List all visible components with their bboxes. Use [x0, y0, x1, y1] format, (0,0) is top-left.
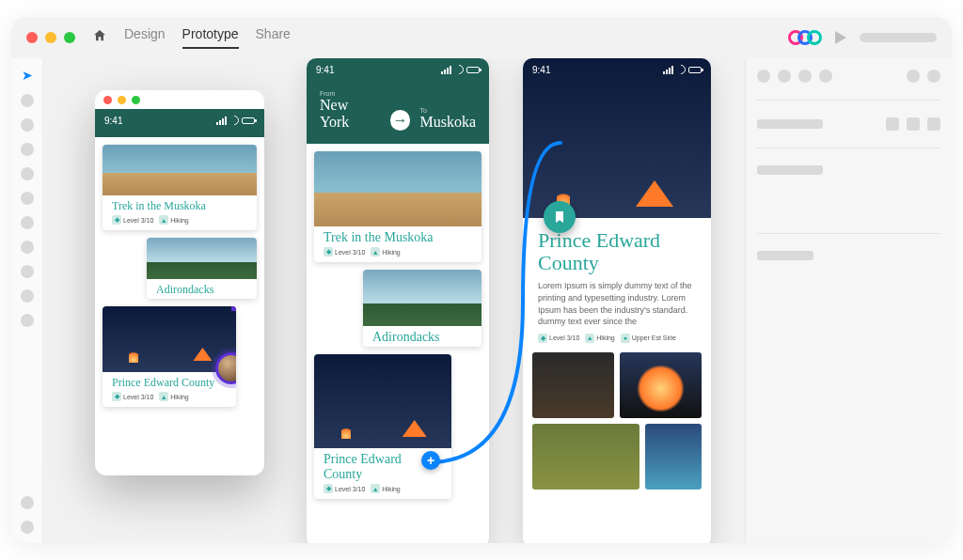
tab-prototype[interactable]: Prototype: [182, 26, 239, 49]
trip-card[interactable]: Prince Edward County ◆Level 3/10 ▲Hiking: [103, 306, 236, 407]
panel-slot[interactable]: [798, 70, 812, 83]
from-label: From: [320, 90, 381, 97]
gallery-image[interactable]: [620, 352, 702, 418]
tab-share[interactable]: Share: [256, 26, 291, 49]
trip-title: Trek in the Muskoka: [314, 226, 482, 247]
wifi-icon: [225, 63, 238, 76]
wifi-icon: [674, 63, 687, 76]
tag-badge: Hiking: [170, 394, 188, 400]
zoom-window-button[interactable]: [64, 32, 75, 43]
artboard-list[interactable]: 9:41 From New York → To Muskok: [307, 58, 489, 543]
battery-icon: [466, 67, 480, 73]
trip-card[interactable]: Trek in the Muskoka ◆Level 3/10 ▲Hiking: [103, 145, 257, 230]
wifi-icon: [452, 63, 466, 76]
status-time: 9:41: [88, 65, 106, 75]
panel-slot[interactable]: [778, 70, 791, 83]
signal-icon: [441, 66, 451, 74]
trip-title: Trek in the Muskoka: [103, 195, 257, 215]
status-bar: 9:41: [79, 58, 261, 81]
level-badge: Level 3/10: [123, 217, 153, 224]
rail-slot[interactable]: [21, 521, 34, 534]
rail-slot[interactable]: [21, 265, 34, 278]
status-bar: 9:41: [523, 58, 711, 81]
trip-card-pec[interactable]: Prince Edward County ◆Level 3/10 ▲Hiking: [314, 354, 451, 499]
status-bar: 9:41: [95, 109, 264, 132]
home-icon[interactable]: [92, 28, 107, 47]
left-tool-rail: ➤: [11, 58, 43, 543]
gallery-image[interactable]: [532, 352, 614, 418]
selection-handle[interactable]: [231, 306, 236, 311]
route-header: From New York → To Muskoka: [307, 81, 489, 144]
extra-badge: Upper Est Side: [632, 334, 676, 341]
to-value: Muskoka: [419, 114, 476, 131]
to-label: To: [419, 107, 476, 114]
panel-slot[interactable]: [757, 251, 813, 260]
trip-title: Adirondacks: [363, 326, 482, 347]
panel-slot[interactable]: [927, 117, 940, 131]
status-time: 9:41: [104, 116, 122, 126]
panel-slot[interactable]: [819, 70, 832, 83]
close-window-button[interactable]: [26, 32, 38, 43]
rail-slot[interactable]: [21, 192, 34, 205]
preview-play-button[interactable]: [835, 31, 846, 44]
detail-hero: [523, 58, 711, 218]
panel-slot[interactable]: [757, 165, 823, 175]
rail-slot[interactable]: [21, 496, 34, 509]
panel-slot[interactable]: [907, 117, 920, 131]
status-bar: 9:41: [307, 58, 489, 81]
battery-icon: [688, 67, 702, 73]
detail-gallery: [523, 352, 711, 499]
titlebar: Design Prototype Share: [11, 17, 952, 58]
window-controls: [26, 32, 75, 43]
level-badge: Level 3/10: [335, 486, 365, 492]
rail-slot[interactable]: [21, 118, 34, 132]
trip-card[interactable]: Adirondacks: [363, 270, 482, 347]
rail-slot[interactable]: [21, 167, 34, 180]
wifi-icon: [228, 114, 241, 127]
minimize-window-button[interactable]: [45, 32, 56, 43]
from-value: New York: [320, 97, 381, 131]
trip-title: Adirondacks: [147, 279, 257, 299]
zoom-icon[interactable]: [132, 96, 140, 104]
tab-design[interactable]: Design: [124, 26, 166, 49]
trip-card[interactable]: Trek in the Muskoka ◆Level 3/10 ▲Hiking: [314, 151, 482, 262]
app-window: Design Prototype Share ➤: [11, 17, 952, 543]
rail-slot[interactable]: [21, 289, 34, 303]
status-time: 9:41: [532, 65, 550, 75]
floating-preview-window[interactable]: 9:41 Trek in the Muskoka ◆Level 3/10 ▲Hi…: [95, 90, 264, 475]
panel-slot[interactable]: [927, 70, 940, 83]
battery-icon: [242, 117, 255, 124]
design-canvas[interactable]: 9:41 From New York → To Muskok: [43, 58, 745, 543]
level-badge: Level 3/10: [335, 249, 365, 256]
properties-panel: [745, 58, 952, 543]
trip-card[interactable]: Adirondacks: [147, 238, 257, 299]
gallery-image[interactable]: [645, 424, 702, 490]
rail-slot[interactable]: [21, 143, 34, 156]
status-time: 9:41: [316, 65, 334, 75]
panel-slot[interactable]: [907, 70, 920, 83]
rail-slot[interactable]: [21, 94, 34, 107]
bookmark-button[interactable]: [544, 201, 576, 233]
panel-slot[interactable]: [886, 117, 899, 131]
preview-titlebar: [95, 90, 264, 109]
close-icon[interactable]: [103, 96, 112, 104]
rail-slot[interactable]: [21, 241, 34, 254]
panel-row: [757, 117, 940, 131]
panel-slot[interactable]: [757, 119, 823, 129]
gallery-image[interactable]: [532, 424, 639, 490]
rail-slot[interactable]: [21, 216, 34, 229]
artboard-detail[interactable]: 9:41 Prince Edward County Lorem Ipsum is…: [523, 58, 711, 543]
signal-icon: [213, 66, 224, 74]
tag-badge: Hiking: [382, 486, 400, 492]
rail-slot[interactable]: [21, 314, 34, 327]
signal-icon: [663, 66, 673, 74]
panel-slot[interactable]: [757, 70, 770, 83]
minimize-icon[interactable]: [118, 96, 126, 104]
swap-route-icon[interactable]: →: [390, 110, 411, 131]
tag-badge: Hiking: [596, 334, 614, 341]
mode-tabs: Design Prototype Share: [124, 26, 291, 49]
app-logo-icon: [788, 30, 822, 45]
select-tool-icon[interactable]: ➤: [22, 68, 33, 83]
panel-row: [757, 70, 940, 83]
add-interaction-handle[interactable]: +: [421, 451, 440, 470]
